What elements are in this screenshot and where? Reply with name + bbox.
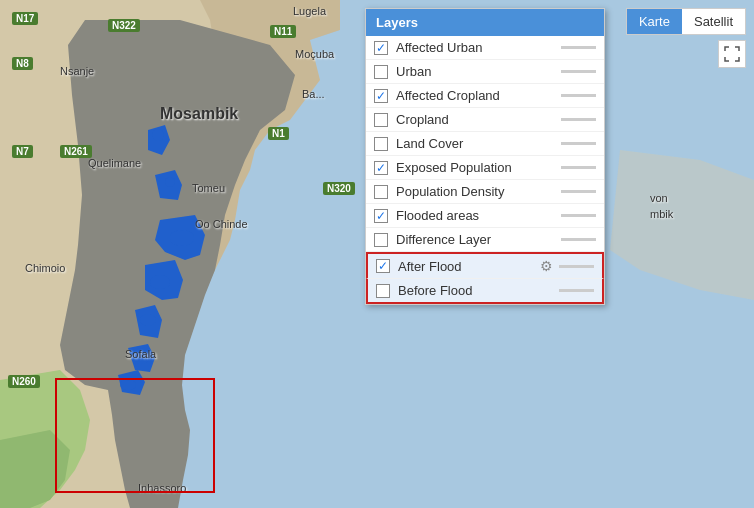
layer-checkbox-4[interactable] xyxy=(374,137,388,151)
layer-opacity-slider[interactable] xyxy=(561,70,596,73)
svg-point-2 xyxy=(165,177,175,187)
city-label-von: von xyxy=(650,192,668,204)
layer-opacity-slider[interactable] xyxy=(561,166,596,169)
tab-satellit[interactable]: Satellit xyxy=(682,9,745,34)
road-label-n11: N11 xyxy=(270,25,296,38)
layer-checkbox-7[interactable]: ✓ xyxy=(374,209,388,223)
city-label-tomeu: Tomeu xyxy=(192,182,225,194)
layer-checkbox-9[interactable]: ✓ xyxy=(376,259,390,273)
layer-label-text: Affected Urban xyxy=(396,40,555,55)
layer-checkbox-1[interactable] xyxy=(374,65,388,79)
layer-label-text: Land Cover xyxy=(396,136,555,151)
layer-checkbox-2[interactable]: ✓ xyxy=(374,89,388,103)
layer-item-land-cover[interactable]: Land Cover xyxy=(366,132,604,156)
svg-point-3 xyxy=(170,230,194,246)
road-label-n7: N7 xyxy=(12,145,33,158)
fullscreen-button[interactable] xyxy=(718,40,746,68)
layer-item-flooded-areas[interactable]: ✓Flooded areas xyxy=(366,204,604,228)
layer-checkbox-8[interactable] xyxy=(374,233,388,247)
layer-label-text: Difference Layer xyxy=(396,232,555,247)
layer-item-population-density[interactable]: Population Density xyxy=(366,180,604,204)
map-tabs: Karte Satellit xyxy=(626,8,746,35)
svg-point-1 xyxy=(152,129,164,141)
svg-point-4 xyxy=(150,275,170,289)
checkmark-icon: ✓ xyxy=(378,260,388,272)
layer-label-text: Urban xyxy=(396,64,555,79)
city-label-lugela: Lugela xyxy=(293,5,326,17)
city-label-inhassoro: Inhassoro xyxy=(138,482,186,494)
layer-item-affected-cropland[interactable]: ✓Affected Cropland xyxy=(366,84,604,108)
layer-item-cropland[interactable]: Cropland xyxy=(366,108,604,132)
checkmark-icon: ✓ xyxy=(376,162,386,174)
road-label-n322: N322 xyxy=(108,19,140,32)
city-label-chimoio: Chimoio xyxy=(25,262,65,274)
layer-opacity-slider[interactable] xyxy=(561,238,596,241)
city-label-mbik: mbik xyxy=(650,208,673,220)
layer-label-text: Cropland xyxy=(396,112,555,127)
tab-karte[interactable]: Karte xyxy=(627,9,682,34)
layer-opacity-slider[interactable] xyxy=(561,46,596,49)
road-label-n8: N8 xyxy=(12,57,33,70)
layer-item-difference-layer[interactable]: Difference Layer xyxy=(366,228,604,252)
layer-item-urban[interactable]: Urban xyxy=(366,60,604,84)
layer-label-text: After Flood xyxy=(398,259,536,274)
road-label-n320: N320 xyxy=(323,182,355,195)
city-label-quelimane: Quelimane xyxy=(88,157,141,169)
road-label-n17: N17 xyxy=(12,12,38,25)
layer-checkbox-10[interactable] xyxy=(376,284,390,298)
checkmark-icon: ✓ xyxy=(376,210,386,222)
svg-point-5 xyxy=(140,314,156,326)
layer-item-exposed-population[interactable]: ✓Exposed Population xyxy=(366,156,604,180)
layer-opacity-slider[interactable] xyxy=(559,265,594,268)
layer-label-text: Before Flood xyxy=(398,283,553,298)
layer-item-affected-urban[interactable]: ✓Affected Urban xyxy=(366,36,604,60)
city-label-nsanje: Nsanje xyxy=(60,65,94,77)
layer-opacity-slider[interactable] xyxy=(561,142,596,145)
layer-item-after-flood[interactable]: ✓After Flood⚙ xyxy=(366,252,604,279)
layers-panel-header: Layers xyxy=(366,9,604,36)
map-container: N17 N8 N7 N260 N322 N11 N261 N1 N320 Mos… xyxy=(0,0,754,508)
layer-label-text: Flooded areas xyxy=(396,208,555,223)
layer-opacity-slider[interactable] xyxy=(561,118,596,121)
checkmark-icon: ✓ xyxy=(376,42,386,54)
road-label-n260: N260 xyxy=(8,375,40,388)
checkmark-icon: ✓ xyxy=(376,90,386,102)
layer-checkbox-5[interactable]: ✓ xyxy=(374,161,388,175)
layers-panel: Layers ✓Affected UrbanUrban✓Affected Cro… xyxy=(365,8,605,305)
city-label-sofala: Sofala xyxy=(125,348,156,360)
layer-checkbox-6[interactable] xyxy=(374,185,388,199)
layers-list: ✓Affected UrbanUrban✓Affected CroplandCr… xyxy=(366,36,604,304)
road-label-n1: N1 xyxy=(268,127,289,140)
layer-opacity-slider[interactable] xyxy=(561,94,596,97)
layer-item-before-flood[interactable]: Before Flood xyxy=(366,279,604,304)
layers-title: Layers xyxy=(376,15,418,30)
layer-label-text: Exposed Population xyxy=(396,160,555,175)
layer-label-text: Population Density xyxy=(396,184,555,199)
layer-checkbox-3[interactable] xyxy=(374,113,388,127)
city-label-mosambik: Mosambik xyxy=(160,105,238,123)
layer-label-text: Affected Cropland xyxy=(396,88,555,103)
layer-opacity-slider[interactable] xyxy=(559,289,594,292)
city-label-bac: Ba... xyxy=(302,88,325,100)
city-label-oochinde: Oo Chinde xyxy=(195,218,248,230)
svg-point-7 xyxy=(120,380,136,390)
city-label-mocuba: Moçuba xyxy=(295,48,334,60)
layer-checkbox-0[interactable]: ✓ xyxy=(374,41,388,55)
gear-icon[interactable]: ⚙ xyxy=(540,258,553,274)
layer-opacity-slider[interactable] xyxy=(561,190,596,193)
layer-opacity-slider[interactable] xyxy=(561,214,596,217)
